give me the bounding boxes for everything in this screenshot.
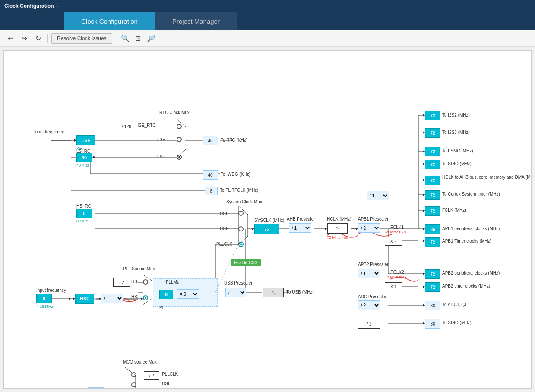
apb2-periph-val-box: 72 xyxy=(425,269,440,279)
sysclk-val: 72 xyxy=(264,227,269,232)
pllmul-label: *PLLMul xyxy=(164,280,228,285)
lsi-khz-label: 40 KHz xyxy=(76,163,89,168)
usb-label: To USB (MHz) xyxy=(286,290,314,294)
adc-prescaler-label: ADC Prescaler xyxy=(358,294,386,299)
sdio2-label: To SDIO (MHz) xyxy=(442,320,472,325)
zoom-out-button[interactable]: 🔎 xyxy=(146,33,157,44)
sys-mux-shape xyxy=(238,206,248,249)
cortex-div-select[interactable]: / 1 / 8 xyxy=(367,191,389,200)
apb1-div-select[interactable]: / 2 / 1 xyxy=(358,223,380,233)
toolbar: ↩ ↪ ↻ Resolve Clock Issues 🔍 ⊡ 🔎 xyxy=(0,30,535,47)
cortex-val-box: 72 xyxy=(425,190,440,200)
svg-marker-82 xyxy=(69,297,71,300)
mco-source-mux-label: MCO source Mux xyxy=(123,360,157,364)
svg-marker-68 xyxy=(177,119,186,158)
hsi-rc-box[interactable]: 8 xyxy=(76,209,92,218)
resolve-clock-issues-button[interactable]: Resolve Clock Issues xyxy=(51,33,112,44)
sys-mux-label: System Clock Mux xyxy=(226,199,262,204)
zoom-in-button[interactable]: 🔍 xyxy=(120,33,131,44)
apb2-div-select[interactable]: / 1 / 2 xyxy=(358,269,380,278)
hse-component[interactable]: HSE xyxy=(75,294,94,304)
mco-val-box: 72 xyxy=(88,387,104,389)
pll-mux-shape xyxy=(143,275,152,305)
hse-div128-box[interactable]: / 128 xyxy=(117,123,136,130)
ahb-prescaler-label: AHB Prescaler xyxy=(287,217,315,221)
iwdg-val-box: 40 xyxy=(203,170,218,180)
enable-css-button[interactable]: Enable CSS xyxy=(231,259,261,266)
clock-diagram: RTC Clock Mux Input frequency 32.768 KHz… xyxy=(3,50,532,389)
sysclk-box: 72 xyxy=(254,224,279,234)
sdio-top-val-box: 72 xyxy=(425,160,440,169)
hclk-ahb-label: HCLK to AHB bus, core, memory and DMA (M… xyxy=(442,175,532,180)
svg-marker-69 xyxy=(143,275,152,305)
adc-val-box: 36 xyxy=(425,301,440,310)
hse-div-select[interactable]: / 1 / 2 xyxy=(101,294,123,303)
pll-hse-label: HSE xyxy=(131,294,140,299)
ahb-div-select[interactable]: / 1 / 2 xyxy=(289,223,311,233)
adc-div-select[interactable]: / 2 / 4 xyxy=(358,300,380,310)
usb-val-box: 72 xyxy=(263,288,284,297)
fsmc-val-box: 72 xyxy=(425,147,440,156)
flitf-val-box: 8 xyxy=(205,187,218,195)
toolbar-separator xyxy=(47,34,48,43)
apb1-max-label: 38 MHz max xyxy=(385,230,407,234)
apb1-x2-box: X 2 xyxy=(385,237,402,246)
fsmc-label: To FSMC (MHz) xyxy=(442,149,473,153)
tab-right-spacer xyxy=(237,12,535,30)
hclk-ahb-val-box: 72 xyxy=(425,176,440,185)
rtc-mux-shape xyxy=(177,119,186,162)
hse-sys-label: HSE xyxy=(220,226,229,231)
tab-clock-config[interactable]: Clock Configuration xyxy=(64,12,155,30)
flitf-label: To FLITFCLK (MHz) xyxy=(220,188,258,193)
lse-component[interactable]: LSE xyxy=(76,135,95,145)
tab-left-spacer xyxy=(0,12,64,30)
mco-mux-shape xyxy=(125,367,136,389)
i2s3-val-box: 72 xyxy=(425,128,440,138)
mco-pllclk-label: PLLCLK xyxy=(162,372,178,376)
redo-button[interactable]: ↪ xyxy=(18,33,30,44)
input-freq-label-2: Input frequency xyxy=(36,288,66,293)
svg-marker-72 xyxy=(93,156,95,158)
i2s2-label: To I2S2 (MHz) xyxy=(442,113,470,117)
sysclk-mhz-label: SYSCLK (MHz) xyxy=(254,218,284,223)
sdio-div-text: / 2 xyxy=(367,322,371,326)
hsi-mhz-label: 8 MHz xyxy=(76,219,88,223)
pll-hsi-div-box: / 2 xyxy=(113,278,130,287)
i2s2-val-box: 72 xyxy=(425,111,440,120)
hse-rtc-label: HSE_RTC xyxy=(136,123,156,128)
apb2-max-label: 72 MHz max xyxy=(385,275,407,279)
fit-button[interactable]: ⊡ xyxy=(133,33,144,44)
pll-x9-select[interactable]: X 9 X 8 xyxy=(177,289,199,299)
toolbar-separator-2 xyxy=(116,34,116,43)
pll-hsi-label: HSI xyxy=(131,279,139,284)
tab-project-manager[interactable]: Project Manager xyxy=(155,12,237,30)
lse-text: LSE xyxy=(81,138,90,143)
adc-label: To ADC1,2,3 xyxy=(442,302,466,307)
hclk-max-label: 72 MHz max xyxy=(327,235,349,240)
apb1-periph-label: APB1 peripheral clocks (MHz) xyxy=(442,226,500,231)
apb1-timer-label: APB1 Timer clocks (MHz) xyxy=(442,239,491,243)
mco-div-box: / 2 xyxy=(144,371,159,380)
hsi-rc-label: HSI RC xyxy=(76,204,91,209)
fclk1-label: FCLK1 xyxy=(390,225,404,230)
undo-button[interactable]: ↩ xyxy=(4,33,16,44)
hse-freq-box[interactable]: 8 xyxy=(36,294,52,303)
hse-text: HSE xyxy=(80,296,90,301)
usb-div-select[interactable]: / 1 / 1.5 xyxy=(225,288,246,297)
apb1-timer-val-box: 72 xyxy=(425,237,440,247)
rtc-mux-label: RTC Clock Mux xyxy=(159,110,190,115)
fclk-label: FCLK (MHz) xyxy=(442,208,466,212)
usb-prescaler-label: USB Prescaler xyxy=(224,281,253,285)
hclk-box: 72 xyxy=(327,223,348,234)
rtc-val-box: 40 xyxy=(203,136,218,145)
apb2-prescaler-label: APB2 Prescaler xyxy=(358,262,389,267)
apb2-periph-label: APB2 peripheral clocks (MHz) xyxy=(442,271,500,275)
sdio-div-box: / 2 xyxy=(358,319,380,329)
fclk-val-box: 72 xyxy=(425,206,440,216)
rtc-label: To RTC (KHz) xyxy=(221,138,247,142)
mco-hsi-label: HSI xyxy=(162,381,169,386)
sdio2-val-box: 36 xyxy=(425,319,440,329)
refresh-button[interactable]: ↻ xyxy=(32,33,44,44)
apb2-x1-box: X 1 xyxy=(385,282,402,291)
lsi-rc-box[interactable]: 40 xyxy=(76,153,92,162)
